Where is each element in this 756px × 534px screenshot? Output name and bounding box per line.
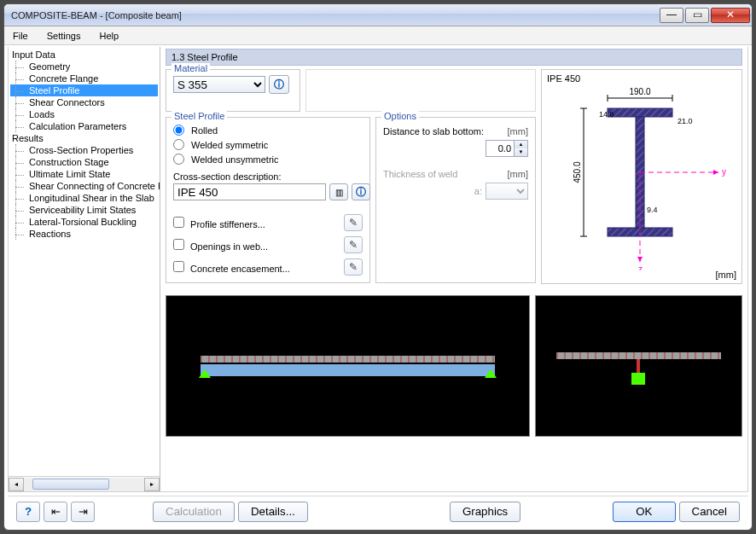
minimize-button[interactable]: — [660, 8, 683, 23]
info-icon: ⓘ [356, 185, 366, 200]
prev-icon: ⇤ [51, 505, 61, 518]
menu-settings[interactable]: Settings [44, 29, 84, 43]
scroll-right-icon[interactable]: ▸ [144, 478, 160, 491]
tree-input-data[interactable]: Input Data [10, 49, 158, 61]
ok-button[interactable]: OK [613, 502, 675, 522]
check-encasement[interactable]: Concrete encasement... [173, 261, 290, 274]
app-window: COMPOSITE-BEAM - [Composite beam] — ▭ ✕ … [3, 3, 753, 531]
scroll-left-icon[interactable]: ◂ [9, 478, 24, 491]
next-button[interactable]: ⇥ [71, 502, 95, 522]
material-legend: Material [172, 63, 210, 73]
steel-profile-group: Steel Profile Rolled Welded symmetric [166, 117, 370, 283]
encasement-edit-button[interactable]: ✎ [344, 258, 363, 276]
openings-edit-button[interactable]: ✎ [344, 236, 363, 253]
steel-profile-legend: Steel Profile [172, 111, 227, 121]
beam-body [201, 364, 495, 376]
distance-unit: [mm] [503, 126, 528, 136]
dim-height: 450.0 [573, 161, 582, 183]
tree-item-calculation-parameters[interactable]: Calculation Parameters [10, 120, 158, 132]
scroll-track[interactable] [24, 478, 144, 491]
material-info-button[interactable]: ⓘ [269, 75, 289, 94]
axis-y: y [722, 167, 726, 177]
close-button[interactable]: ✕ [711, 8, 750, 23]
titlebar: COMPOSITE-BEAM - [Composite beam] — ▭ ✕ [4, 4, 752, 26]
spin-up-icon[interactable]: ▲ [514, 141, 527, 148]
tree-item-cross-section-properties[interactable]: Cross-Section Properties [10, 144, 158, 156]
help-icon: ? [25, 505, 32, 518]
tree-item-reactions[interactable]: Reactions [10, 228, 158, 240]
tree-item-concrete-flange[interactable]: Concrete Flange [10, 73, 158, 84]
sidebar-scrollbar[interactable]: ◂ ▸ [9, 476, 160, 491]
tree-item-lateral-torsional-buckling[interactable]: Lateral-Torsional Buckling [10, 216, 158, 228]
cross-section-input[interactable] [173, 183, 326, 200]
check-encasement-input[interactable] [173, 261, 184, 272]
viewport-longitudinal[interactable] [166, 295, 530, 437]
window-controls: — ▭ ✕ [658, 8, 750, 23]
radio-welded-unsymmetric[interactable]: Welded unsymmetric [173, 152, 363, 166]
tree-item-longitudinal-shear-in-the-slab[interactable]: Longitudinal Shear in the Slab [10, 192, 158, 204]
page-title: 1.3 Steel Profile [166, 49, 742, 66]
check-stiffeners-input[interactable] [173, 217, 184, 228]
svg-rect-2 [608, 108, 672, 117]
cross-section-label: Cross-section description: [173, 171, 363, 182]
tree-results[interactable]: Results [10, 132, 158, 144]
check-openings[interactable]: Openings in web... [173, 239, 268, 252]
details-button[interactable]: Details... [238, 502, 308, 522]
thickness-select [486, 183, 528, 200]
dim-tw: 9.4 [647, 206, 658, 214]
thickness-unit: [mm] [503, 169, 528, 179]
scroll-thumb[interactable] [32, 479, 109, 490]
distance-label: Distance to slab bottom: [383, 126, 503, 136]
profile-graphic: IPE 450 [mm] [541, 69, 742, 284]
window-title: COMPOSITE-BEAM - [Composite beam] [11, 10, 182, 20]
radio-welded-symmetric[interactable]: Welded symmetric [173, 137, 363, 152]
svg-marker-14 [637, 257, 643, 262]
tree-item-shear-connecting-of-concrete-flange[interactable]: Shear Connecting of Concrete Flange [10, 180, 158, 192]
distance-spinner[interactable]: ▲ ▼ [486, 140, 528, 157]
stiffeners-edit-button[interactable]: ✎ [344, 214, 363, 231]
radio-rolled[interactable]: Rolled [173, 123, 363, 137]
tree-item-shear-connectors[interactable]: Shear Connectors [10, 96, 158, 108]
help-button[interactable]: ? [16, 502, 40, 522]
dim-r: 21.0 [677, 117, 693, 125]
edit-icon: ✎ [349, 217, 358, 229]
nav-tree: Input Data GeometryConcrete FlangeSteel … [9, 47, 160, 476]
radio-welded-sym-input[interactable] [173, 139, 184, 150]
material-select[interactable]: S 355 [173, 76, 265, 93]
thickness-a-label: a: [474, 186, 482, 196]
tree-item-construction-stage[interactable]: Construction Stage [10, 156, 158, 168]
sidebar: Input Data GeometryConcrete FlangeSteel … [9, 47, 160, 491]
ibeam-svg: 190.0 450.0 14.6 21.0 9.4 [556, 83, 727, 270]
check-stiffeners[interactable]: Profile stiffeners... [173, 217, 265, 229]
menu-help[interactable]: Help [96, 29, 122, 43]
radio-welded-unsym-input[interactable] [173, 154, 184, 165]
tree-item-serviceability-limit-states[interactable]: Serviceability Limit States [10, 204, 158, 216]
calculation-button[interactable]: Calculation [153, 502, 235, 522]
cross-section-info-button[interactable]: ⓘ [352, 183, 370, 200]
tree-item-steel-profile[interactable]: Steel Profile [10, 84, 158, 96]
distance-input[interactable] [486, 141, 514, 156]
cross-section-library-button[interactable]: ▥ [329, 183, 348, 200]
check-openings-input[interactable] [173, 239, 184, 250]
options-legend: Options [381, 111, 419, 121]
footer: ? ⇤ ⇥ Calculation Details... Graphics OK… [8, 496, 748, 526]
material-side-panel [305, 69, 536, 112]
spin-down-icon[interactable]: ▼ [514, 148, 527, 156]
tree-item-geometry[interactable]: Geometry [10, 61, 158, 73]
maximize-button[interactable]: ▭ [685, 8, 709, 23]
cancel-button[interactable]: Cancel [679, 502, 741, 522]
thickness-label: Thickness of weld [383, 169, 503, 179]
edit-icon: ✎ [349, 239, 358, 251]
graphics-button[interactable]: Graphics [450, 502, 520, 522]
library-icon: ▥ [335, 188, 343, 197]
tree-item-ultimate-limit-state[interactable]: Ultimate Limit State [10, 168, 158, 180]
menu-file[interactable]: File [9, 29, 32, 43]
prev-button[interactable]: ⇤ [44, 502, 67, 522]
axis-z: z [638, 264, 643, 270]
radio-rolled-input[interactable] [173, 125, 184, 136]
tree-item-loads[interactable]: Loads [10, 108, 158, 120]
viewports [166, 295, 742, 437]
viewport-cross-section[interactable] [535, 295, 742, 437]
svg-marker-12 [713, 170, 718, 175]
beam-slab [201, 356, 495, 363]
